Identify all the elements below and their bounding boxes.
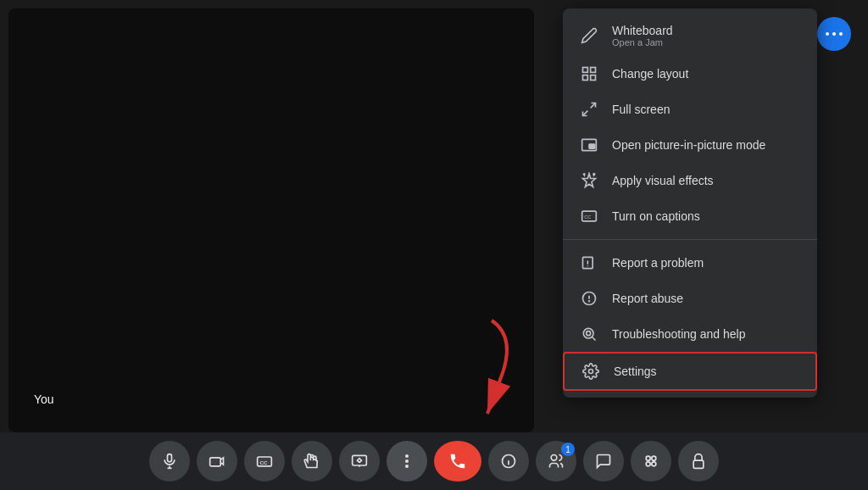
full-screen-label: Full screen xyxy=(612,103,670,116)
svg-rect-29 xyxy=(168,454,172,462)
pip-label: Open picture-in-picture mode xyxy=(612,138,765,152)
svg-text:CC: CC xyxy=(260,459,269,465)
svg-rect-48 xyxy=(693,460,704,468)
present-button[interactable] xyxy=(339,441,380,482)
svg-point-26 xyxy=(587,331,591,336)
people-badge: 1 xyxy=(561,443,575,456)
whiteboard-sublabel: Open a Jam xyxy=(612,37,673,47)
svg-point-45 xyxy=(652,462,656,466)
menu-item-report-problem[interactable]: Report a problem xyxy=(563,245,817,281)
pencil-icon xyxy=(580,26,598,45)
camera-feed xyxy=(8,8,534,432)
abuse-icon xyxy=(580,289,598,308)
camera-button[interactable] xyxy=(197,441,237,482)
troubleshooting-label: Troubleshooting and help xyxy=(612,327,746,341)
grid-icon xyxy=(580,64,598,83)
you-label: You xyxy=(34,393,54,406)
svg-line-7 xyxy=(591,103,596,109)
svg-rect-3 xyxy=(583,68,588,73)
svg-line-25 xyxy=(593,337,596,341)
raise-hand-button[interactable] xyxy=(292,441,332,482)
report-problem-label: Report a problem xyxy=(612,256,704,270)
more-options-button[interactable] xyxy=(387,441,427,482)
svg-line-8 xyxy=(583,111,588,116)
context-menu: Whiteboard Open a Jam Change layout Full… xyxy=(563,8,817,398)
svg-point-1 xyxy=(832,32,836,36)
svg-text:CC: CC xyxy=(584,214,591,220)
captions-label: Turn on captions xyxy=(612,209,700,223)
menu-item-change-layout[interactable]: Change layout xyxy=(563,56,817,92)
menu-item-troubleshooting[interactable]: Troubleshooting and help xyxy=(563,316,817,352)
svg-point-2 xyxy=(839,32,843,36)
svg-point-23 xyxy=(589,301,590,302)
svg-rect-35 xyxy=(353,455,367,465)
menu-item-settings[interactable]: Settings xyxy=(563,352,817,391)
menu-divider xyxy=(563,239,817,240)
bottom-toolbar: CC xyxy=(0,432,868,490)
svg-rect-6 xyxy=(591,75,596,81)
cc-icon: CC xyxy=(580,207,598,226)
svg-point-37 xyxy=(405,454,409,458)
menu-item-report-abuse[interactable]: Report abuse xyxy=(563,281,817,316)
svg-point-24 xyxy=(583,328,593,338)
menu-item-captions[interactable]: CC Turn on captions xyxy=(563,198,817,234)
svg-point-46 xyxy=(646,462,650,466)
svg-point-15 xyxy=(584,174,585,175)
svg-point-27 xyxy=(589,370,593,374)
chat-button[interactable] xyxy=(583,441,624,482)
gear-icon xyxy=(581,362,600,381)
svg-rect-10 xyxy=(589,144,595,148)
svg-line-13 xyxy=(593,175,594,176)
svg-point-43 xyxy=(551,455,557,461)
svg-point-0 xyxy=(826,32,829,36)
menu-item-visual-effects[interactable]: Apply visual effects xyxy=(563,163,817,198)
svg-rect-4 xyxy=(591,68,596,73)
svg-line-12 xyxy=(584,175,585,176)
end-call-button[interactable] xyxy=(434,441,481,482)
menu-item-whiteboard[interactable]: Whiteboard Open a Jam xyxy=(563,15,817,56)
svg-point-14 xyxy=(593,174,595,175)
menu-item-full-screen[interactable]: Full screen xyxy=(563,92,817,127)
pip-icon xyxy=(580,136,598,154)
fullscreen-icon xyxy=(580,100,598,119)
activities-button[interactable] xyxy=(631,441,671,482)
more-options-top-button[interactable] xyxy=(817,17,851,51)
whiteboard-text: Whiteboard Open a Jam xyxy=(612,24,673,47)
mic-button[interactable] xyxy=(149,441,190,482)
info-button[interactable] xyxy=(488,441,529,482)
people-button[interactable]: 1 xyxy=(536,441,576,482)
report-abuse-label: Report abuse xyxy=(612,292,683,305)
change-layout-label: Change layout xyxy=(612,67,688,81)
menu-item-pip[interactable]: Open picture-in-picture mode xyxy=(563,127,817,163)
visual-effects-label: Apply visual effects xyxy=(612,174,714,187)
report-icon xyxy=(580,253,598,272)
svg-rect-32 xyxy=(210,458,220,466)
svg-rect-5 xyxy=(583,75,588,81)
host-controls-button[interactable] xyxy=(678,441,719,482)
search-settings-icon xyxy=(580,325,598,343)
captions-button[interactable]: CC xyxy=(244,441,285,482)
svg-point-38 xyxy=(405,459,409,463)
svg-point-47 xyxy=(652,456,656,460)
svg-point-44 xyxy=(646,456,650,460)
settings-label: Settings xyxy=(614,365,657,378)
whiteboard-label: Whiteboard xyxy=(612,24,673,37)
svg-point-39 xyxy=(405,465,409,468)
sparkle-icon xyxy=(580,171,598,190)
